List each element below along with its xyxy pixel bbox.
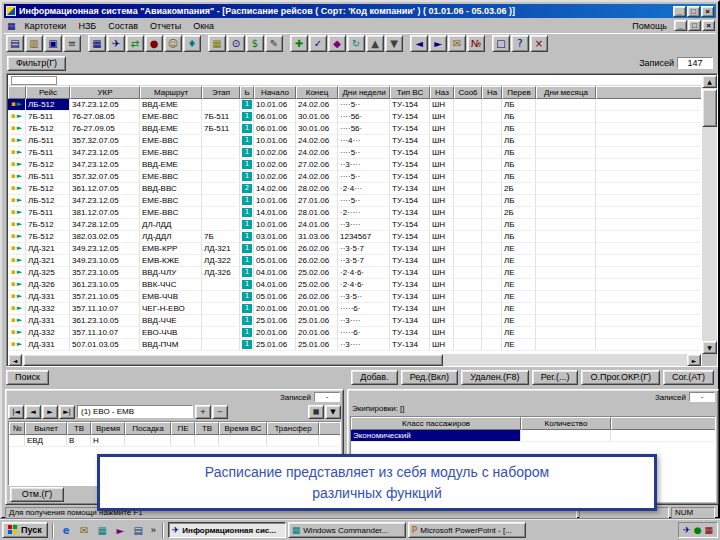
- vertical-scrollbar-thumb[interactable]: [702, 89, 717, 127]
- legs-last-record-button[interactable]: ►|: [59, 405, 75, 419]
- scroll-up-button[interactable]: ▲: [702, 75, 717, 88]
- legs-add-leg-button[interactable]: +: [195, 405, 211, 419]
- toolbar-button-open[interactable]: ▥: [25, 35, 43, 52]
- toolbar-button-add-record[interactable]: ✚: [290, 35, 308, 52]
- legs-first-record-button[interactable]: |◄: [8, 405, 24, 419]
- toolbar-button-window[interactable]: □: [492, 35, 510, 52]
- child-close-button[interactable]: ×: [702, 20, 715, 31]
- legs-next-record-button[interactable]: ►: [42, 405, 58, 419]
- legs-column-header-0[interactable]: №: [9, 422, 25, 435]
- schedule-row[interactable]: ▪►7Б-51176-27.08.05ЕМЕ-ВВС7Б-511106.01.0…: [8, 111, 701, 123]
- action-sog-button[interactable]: Сог.(АТ): [663, 370, 714, 385]
- schedule-row[interactable]: ▪►7Б-512347.23.12.05ВВД-ЕМЕ110.02.0627.0…: [8, 159, 701, 171]
- schedule-row[interactable]: ▪►ЛД-331361.23.10.05ВВД-ЧЧЕ125.01.0625.0…: [8, 315, 701, 327]
- toolbar-button-report[interactable]: №: [467, 35, 485, 52]
- toolbar-button-flights[interactable]: ✈: [107, 35, 125, 52]
- schedule-row[interactable]: ▪►7Б-51276-27.09.05ВВД-ЕМЕ7Б-511106.01.0…: [8, 123, 701, 135]
- menu-item-otchety[interactable]: Отчеты: [144, 20, 187, 32]
- toolbar-button-docs[interactable]: ✎: [265, 35, 283, 52]
- legs-column-header-5[interactable]: ПЕ: [171, 422, 195, 435]
- schedule-row[interactable]: ▪►7Б-512382.03.02.05ЛД-ДДЛ7Б103.01.0631.…: [8, 231, 701, 243]
- outlook-icon[interactable]: ✉: [76, 523, 93, 538]
- task-button-commander[interactable]: ▦Windows Commander...: [288, 522, 406, 538]
- menu-item-kartoteki[interactable]: Картотеки: [19, 20, 73, 32]
- start-button[interactable]: Пуск: [2, 522, 48, 538]
- child-restore-button[interactable]: □: [688, 20, 701, 31]
- legs-prev-record-button[interactable]: ◄: [25, 405, 41, 419]
- column-header-10[interactable]: Наз: [430, 86, 454, 99]
- toolbar-button-routes[interactable]: ⇄: [126, 35, 144, 52]
- antivirus-tray-icon[interactable]: ●: [694, 525, 702, 535]
- ie-icon[interactable]: e: [58, 523, 75, 538]
- toolbar-button-new[interactable]: ▤: [6, 35, 24, 52]
- column-header-8[interactable]: Дни недели: [338, 86, 390, 99]
- schedule-row[interactable]: ▪►ЛБ-511357.32.07.05ЕМЕ-ВВС110.01.0624.0…: [8, 135, 701, 147]
- legs-column-header-8[interactable]: Трансфер: [267, 422, 319, 435]
- media-player-icon[interactable]: ►: [112, 523, 129, 538]
- network-tray-icon[interactable]: ▦: [704, 525, 713, 535]
- equip-column-header-1[interactable]: Количество: [521, 417, 611, 430]
- legs-cancel-button[interactable]: Отм.(Г): [10, 487, 64, 502]
- menu-item-sostav[interactable]: Состав: [102, 20, 144, 32]
- column-header-5[interactable]: Ь: [240, 86, 254, 99]
- column-header-12[interactable]: На: [482, 86, 502, 99]
- legs-row[interactable]: ЕВДВН: [9, 435, 340, 447]
- maximize-button[interactable]: □: [687, 6, 700, 17]
- column-header-2[interactable]: УКР: [70, 86, 140, 99]
- filter-button[interactable]: Фильтр(Г): [7, 56, 66, 71]
- toolbar-button-schedule[interactable]: ▦: [88, 35, 106, 52]
- schedule-row[interactable]: ▪►ЛБ-511357.32.07.05ЕМЕ-ВВС110.02.0624.0…: [8, 171, 701, 183]
- schedule-row[interactable]: ▪►7Б-512361.12.07.05ВВД-ВВС214.02.0628.0…: [8, 183, 701, 195]
- toolbar-button-save[interactable]: ▣: [44, 35, 62, 52]
- scroll-left-button[interactable]: ◄: [8, 354, 22, 366]
- close-button[interactable]: ×: [701, 6, 714, 17]
- schedule-row[interactable]: ▪►ЛД-332357.11.10.07ЕВО-ЧЧВ120.01.0620.0…: [8, 327, 701, 339]
- column-header-13[interactable]: Перев: [502, 86, 536, 99]
- toolbar-button-tariffs[interactable]: $: [246, 35, 264, 52]
- legs-column-header-3[interactable]: Время: [91, 422, 125, 435]
- schedule-row[interactable]: ▪►ЛБ-512347.23.12.05ЕМЕ-ВВС110.01.0627.0…: [8, 195, 701, 207]
- toolbar-button-print[interactable]: ≡: [63, 35, 81, 52]
- toolbar-button-airports[interactable]: ●: [145, 35, 163, 52]
- legs-grid-button[interactable]: ▦: [308, 405, 324, 419]
- child-minimize-button[interactable]: _: [674, 20, 687, 31]
- scroll-right-button[interactable]: ►: [687, 354, 701, 366]
- schedule-row[interactable]: ▪►ЛД-321349.23.12.05ЕМВ-КРРЛД-321105.01.…: [8, 243, 701, 255]
- action-add-button[interactable]: Добав.: [351, 370, 397, 385]
- column-header-11[interactable]: Соо6: [454, 86, 482, 99]
- legs-delete-leg-button[interactable]: −: [212, 405, 228, 419]
- column-header-0[interactable]: [8, 86, 26, 99]
- schedule-row[interactable]: ▪►ЛД-331357.21.10.05ЕМВ-ЧЧВ105.01.0626.0…: [8, 291, 701, 303]
- task-button-powerpoint[interactable]: PMicrosoft PowerPoint - [...: [408, 522, 526, 538]
- legs-column-header-7[interactable]: Время ВС: [219, 422, 267, 435]
- minimize-button[interactable]: _: [673, 6, 686, 17]
- toolbar-button-sort-desc[interactable]: ▼: [385, 35, 403, 52]
- toolbar-button-refresh[interactable]: ↻: [347, 35, 365, 52]
- column-header-1[interactable]: Рейс: [26, 86, 70, 99]
- legs-column-header-2[interactable]: ТВ: [67, 422, 91, 435]
- action-search-button[interactable]: Поиск: [6, 370, 49, 385]
- toolbar-button-crews[interactable]: ☺: [164, 35, 182, 52]
- toolbar-button-exit[interactable]: ×: [530, 35, 548, 52]
- schedule-row[interactable]: ▪►7Б-511347.23.12.05ЕМЕ-ВВС110.02.0624.0…: [8, 147, 701, 159]
- toolbar-button-edit-record[interactable]: ✓: [309, 35, 327, 52]
- toolbar-button-aircraft[interactable]: ♦: [183, 35, 201, 52]
- action-delete-button[interactable]: Удален.(F8): [461, 370, 529, 385]
- toolbar-button-prev[interactable]: ◄: [410, 35, 428, 52]
- quick-launch-overflow[interactable]: »: [149, 525, 158, 535]
- action-prog-button[interactable]: О.Прог.ОКР.(Г): [581, 370, 660, 385]
- column-header-6[interactable]: Начало: [254, 86, 296, 99]
- menu-item-nzb[interactable]: НЗБ: [72, 20, 102, 32]
- horizontal-scrollbar-thumb[interactable]: [23, 354, 443, 366]
- scroll-down-button[interactable]: ▼: [702, 341, 717, 354]
- column-header-9[interactable]: Тип ВС: [390, 86, 430, 99]
- column-header-7[interactable]: Конец: [296, 86, 338, 99]
- scheduler-tray-icon[interactable]: ✈: [683, 525, 691, 535]
- menu-item-okna[interactable]: Окна: [187, 20, 220, 32]
- toolbar-button-calendar[interactable]: ▦: [208, 35, 226, 52]
- toolbar-button-sort-asc[interactable]: ▲: [366, 35, 384, 52]
- schedule-row[interactable]: ▪►7Б-512347.28.12.05ДЛ-ЛДД110.01.0624.01…: [8, 219, 701, 231]
- show-desktop-icon[interactable]: ▦: [94, 523, 111, 538]
- equip-column-header-0[interactable]: Класс пассажиров: [351, 417, 521, 430]
- schedule-row[interactable]: ▪►ЛБ-512347.23.12.05ВВД-ЕМЕ110.01.0624.0…: [8, 99, 701, 111]
